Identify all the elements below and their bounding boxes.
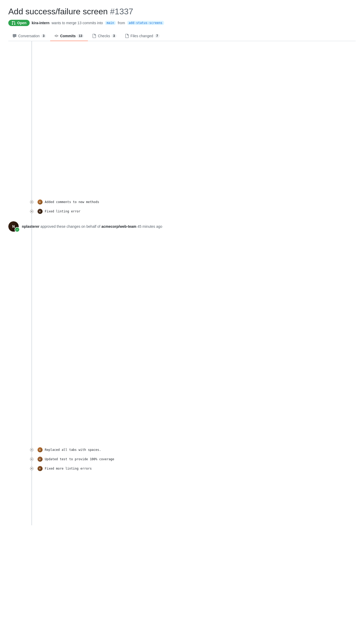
commit-dot-icon-4 <box>30 457 34 461</box>
tab-files-changed[interactable]: Files changed 7 <box>121 31 164 41</box>
tab-checks-label: Checks <box>98 34 110 38</box>
tab-conversation[interactable]: Conversation 3 <box>8 31 50 41</box>
commit-dot-icon-2 <box>30 209 34 213</box>
commit-dot-5 <box>30 466 34 471</box>
commit-body-5: K Fixed more linting errors <box>37 466 92 471</box>
commit-body-1: K Added comments to new methods <box>37 199 99 205</box>
commit-dot-3 <box>30 448 34 452</box>
timeline-mid-spacer <box>8 237 356 445</box>
tab-commits-count: 13 <box>77 34 84 38</box>
pr-number: #1337 <box>110 7 133 16</box>
commit-dot-icon-1 <box>30 200 34 204</box>
approval-row: N nplasterer approved these changes on b… <box>8 216 356 237</box>
files-changed-icon <box>125 34 129 38</box>
page-wrapper: Add success/failure screen #1337 Open ki… <box>0 0 364 532</box>
base-branch-link[interactable]: main <box>105 21 116 25</box>
tab-conversation-count: 3 <box>41 34 46 38</box>
pr-status-row: Open kira-intern wants to merge 13 commi… <box>8 20 356 26</box>
commit-dot-4 <box>30 457 34 461</box>
commit-dot-1 <box>30 200 34 204</box>
svg-point-5 <box>31 449 32 451</box>
commit-dot-2 <box>30 209 34 213</box>
pr-author: kira-intern <box>32 21 49 25</box>
pr-open-icon <box>11 21 16 25</box>
timeline-top-spacer <box>8 41 356 197</box>
open-badge: Open <box>8 20 30 26</box>
commit-avatar-4: K <box>37 457 43 462</box>
tabs-bar: Conversation 3 Commits 13 Checks 3 Files… <box>8 31 356 41</box>
commit-message-3: Replaced all tabs with spaces. <box>45 448 101 452</box>
pr-from-text: from <box>118 21 125 25</box>
commit-item-1: K Added comments to new methods <box>8 197 356 207</box>
tab-commits-label: Commits <box>60 34 76 38</box>
commit-avatar-3: K <box>37 447 43 452</box>
commit-dot-icon-3 <box>30 448 34 452</box>
commit-message-4: Updated test to provide 100% coverage <box>45 457 114 461</box>
commit-item-4: K Updated test to provide 100% coverage <box>8 454 356 464</box>
commit-body-3: K Replaced all tabs with spaces. <box>37 447 101 452</box>
svg-point-1 <box>31 201 32 203</box>
svg-point-9 <box>31 468 32 469</box>
tab-files-count: 7 <box>155 34 160 38</box>
commit-message-2: Fixed linting error <box>45 210 80 213</box>
tab-checks[interactable]: Checks 3 <box>88 31 120 41</box>
approval-check-badge <box>15 227 20 232</box>
commit-item-2: K Fixed linting error <box>8 207 356 216</box>
commit-message-5: Fixed more linting errors <box>45 467 92 470</box>
tab-checks-count: 3 <box>112 34 116 38</box>
commit-item-3: K Replaced all tabs with spaces. <box>8 445 356 454</box>
check-icon <box>16 228 18 231</box>
pr-title-text: Add success/failure screen <box>8 7 108 16</box>
commit-body-4: K Updated test to provide 100% coverage <box>37 457 114 462</box>
svg-point-3 <box>31 211 32 212</box>
timeline-bottom-spacer <box>8 473 356 525</box>
svg-point-7 <box>31 459 32 460</box>
checks-icon <box>92 34 96 38</box>
approval-text: nplasterer approved these changes on beh… <box>22 224 162 229</box>
approval-avatar-wrap: N <box>8 221 19 232</box>
status-label: Open <box>17 21 27 25</box>
timeline: K Added comments to new methods K Fixed … <box>8 41 356 525</box>
pr-title: Add success/failure screen #1337 <box>8 6 356 17</box>
commit-avatar-5: K <box>37 466 43 471</box>
tab-commits[interactable]: Commits 13 <box>50 31 88 41</box>
commit-message-1: Added comments to new methods <box>45 200 99 204</box>
commit-dot-icon-5 <box>30 466 34 471</box>
approval-team: acmecorp/web-team <box>101 224 136 229</box>
commit-avatar-2: K <box>37 209 43 214</box>
pr-merge-desc: wants to merge 13 commits into <box>51 21 103 25</box>
head-branch-link[interactable]: add-status-screens <box>127 21 164 25</box>
commit-body-2: K Fixed linting error <box>37 209 80 214</box>
approval-username: nplasterer <box>22 224 40 229</box>
tab-conversation-label: Conversation <box>18 34 40 38</box>
tab-files-label: Files changed <box>131 34 153 38</box>
commits-icon <box>54 34 58 38</box>
conversation-icon <box>12 34 17 38</box>
commit-item-5: K Fixed more linting errors <box>8 464 356 473</box>
commit-avatar-1: K <box>37 199 43 205</box>
